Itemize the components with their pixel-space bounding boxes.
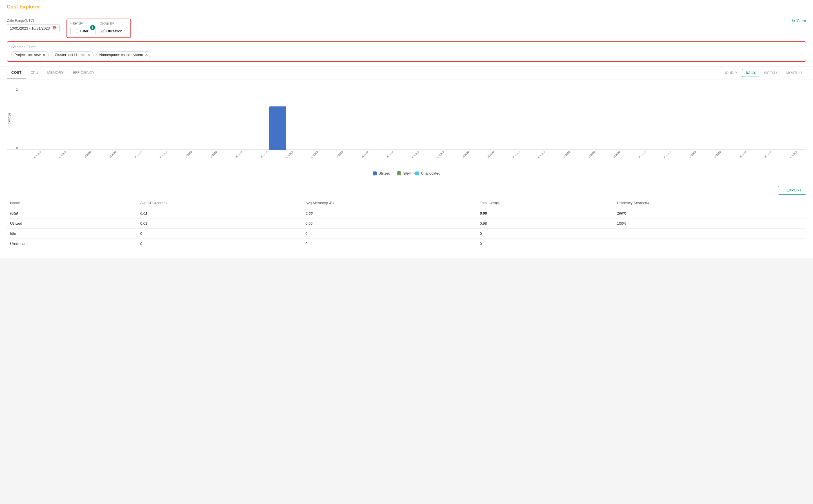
time-tab-daily[interactable]: DAILY (742, 69, 759, 77)
refresh-icon: ↻ (792, 19, 795, 23)
clear-button[interactable]: ↻ Clear (792, 19, 806, 23)
tab-cost[interactable]: COST (7, 66, 26, 79)
x-label: 13-10-2023 (328, 151, 348, 158)
selected-filters-label: Selected Filters (11, 45, 802, 49)
table-cell: 0 (477, 239, 614, 249)
bar-group (626, 88, 652, 150)
filter-by-label: Filter By (70, 21, 83, 25)
time-tab-weekly[interactable]: WEEKLY (760, 69, 781, 77)
bar-group (677, 88, 703, 150)
header-row: NameAvg CPU(cores)Avg Memory(GB)Total Co… (7, 198, 806, 208)
table-cell: Idle (7, 229, 137, 239)
x-label: 15-10-2023 (378, 151, 398, 158)
tab-memory[interactable]: MEMORY (43, 66, 68, 79)
x-label: 22-10-2023 (555, 151, 575, 158)
x-label: 25-10-2023 (631, 151, 651, 158)
bar-group (755, 88, 781, 150)
calendar-icon: 📅 (52, 26, 57, 30)
x-label: 09-10-2023 (228, 151, 247, 158)
x-label: 14-10-2023 (353, 151, 373, 158)
table-cell: 0 (477, 229, 614, 239)
x-label: 17-10-2023 (429, 151, 449, 158)
utilization-button[interactable]: 📈 Utilization (95, 27, 127, 35)
table-cell: 0.98 (477, 218, 614, 229)
bar-group (729, 88, 755, 150)
filter-tag-close[interactable]: ✕ (145, 53, 148, 57)
bar-group (188, 88, 213, 150)
export-button[interactable]: ↓ EXPORT (778, 186, 806, 195)
date-range-input[interactable]: 10/01/2023 - 10/31/2023 📅 (7, 24, 60, 32)
filter-badge: 3 (90, 25, 95, 30)
date-range-value: 10/01/2023 - 10/31/2023 (10, 26, 50, 30)
table-cell: 0.98 (477, 208, 614, 218)
x-label: 10-10-2023 (253, 151, 272, 158)
x-label: 18-10-2023 (455, 151, 474, 158)
bar-group (84, 88, 110, 150)
table-column-header: Avg Memory(GB) (302, 198, 477, 208)
x-label: 20-10-2023 (505, 151, 525, 158)
filter-icon: ☰ (75, 29, 79, 33)
bar-group (316, 88, 342, 150)
table-header: NameAvg CPU(cores)Avg Memory(GB)Total Co… (7, 198, 806, 208)
bar-group (497, 88, 523, 150)
table-row: Utilized0.010.060.98100% (7, 218, 806, 229)
tab-efficiency[interactable]: EFFICIENCY (68, 66, 99, 79)
x-label: 30-10-2023 (757, 151, 776, 158)
export-button-label: EXPORT (787, 188, 801, 192)
table-body: total0.010.060.98100%Utilized0.010.060.9… (7, 208, 806, 249)
x-label: 19-10-2023 (480, 151, 499, 158)
x-label: 06-10-2023 (152, 151, 171, 158)
bar-group (523, 88, 549, 150)
export-row: ↓ EXPORT (7, 186, 806, 195)
bars-area (7, 88, 806, 150)
table-cell: 100% (614, 218, 806, 229)
table-column-header: Avg CPU(cores) (137, 198, 302, 208)
filter-tags: Project: oct-new✕Cluster: oct11-mks✕Name… (11, 51, 802, 58)
x-label: 29-10-2023 (732, 151, 751, 158)
filter-button-label: Filter (80, 29, 88, 33)
table-column-header: Total Cost($) (477, 198, 614, 208)
table-column-header: Efficiency Score(%) (614, 198, 806, 208)
top-bar: Cost Explorer (0, 0, 813, 14)
bar-group (213, 88, 239, 150)
bar-group (394, 88, 420, 150)
bar-group (703, 88, 729, 150)
table-column-header: Name (7, 198, 137, 208)
filter-tag-close[interactable]: ✕ (42, 53, 46, 57)
left-tabs: COSTCPUMEMORYEFFICIENCY (7, 66, 99, 79)
bar-group (239, 88, 265, 150)
x-label: 07-10-2023 (177, 151, 197, 158)
x-label: 24-10-2023 (606, 151, 625, 158)
bar-group (136, 88, 162, 150)
tabs-row: COSTCPUMEMORYEFFICIENCY HOURLYDAILYWEEKL… (0, 66, 813, 79)
x-label: 01-10-2023 (26, 151, 46, 158)
table-cell: 0.01 (137, 218, 302, 229)
table-cell: 0 (137, 229, 302, 239)
filters-section: Date Range(UTC) 10/01/2023 - 10/31/2023 … (0, 14, 813, 66)
filter-group-buttons: ☰ Filter 3 📈 Utilization (70, 27, 127, 35)
x-label: 02-10-2023 (51, 151, 71, 158)
download-icon: ↓ (783, 188, 785, 192)
bar-group (291, 88, 317, 150)
x-label: 05-10-2023 (127, 151, 146, 158)
table-row: Unallocated000- (7, 239, 806, 249)
bar-group (652, 88, 678, 150)
date-range-group: Date Range(UTC) 10/01/2023 - 10/31/2023 … (7, 19, 60, 32)
bar-group (110, 88, 136, 150)
bar-group (420, 88, 446, 150)
tab-cpu[interactable]: CPU (26, 66, 43, 79)
table-cell: 0.01 (137, 208, 302, 218)
table-row: total0.010.060.98100% (7, 208, 806, 218)
time-tab-hourly[interactable]: HOURLY (720, 69, 741, 77)
filter-button[interactable]: ☰ Filter 3 (70, 27, 93, 35)
table-cell: 0 (302, 229, 477, 239)
utilization-icon: 📈 (100, 29, 105, 33)
time-tab-monthly[interactable]: MONTHLY (783, 69, 806, 77)
bar-group (33, 88, 59, 150)
bar-group (600, 88, 626, 150)
chart-container: 210 Cost($) 01-10-202302-10-202303-10-20… (7, 88, 806, 167)
selected-filters-row: Selected Filters Project: oct-new✕Cluste… (7, 41, 806, 62)
filter-tag-close[interactable]: ✕ (87, 53, 90, 57)
chart-bar[interactable] (269, 106, 286, 150)
x-label: 26-10-2023 (656, 151, 676, 158)
